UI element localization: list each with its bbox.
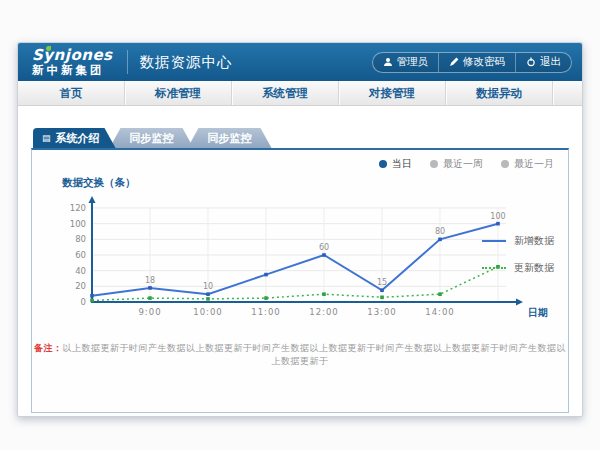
range-option-today[interactable]: 当日 (379, 157, 412, 171)
range-option-today-label: 当日 (392, 157, 412, 171)
brand-logo: Synjones 新中新集团 (32, 48, 125, 77)
dotted-line-icon (482, 267, 506, 269)
tab-system-intro[interactable]: ▤ 系统介绍 (33, 128, 116, 148)
app-title: 数据资源中心 (140, 53, 233, 72)
svg-text:9:00: 9:00 (138, 307, 161, 317)
tab-sync-monitor-1-label: 同步监控 (130, 131, 174, 146)
nav-item-data-change[interactable]: 数据异动 (446, 81, 553, 105)
svg-text:60: 60 (319, 243, 329, 252)
legend-item-新增数据[interactable]: 新增数据 (482, 234, 554, 248)
svg-text:10: 10 (203, 282, 213, 291)
nav-item-system-mgmt[interactable]: 系统管理 (232, 81, 339, 105)
nav-item-standard-mgmt[interactable]: 标准管理 (125, 81, 232, 105)
svg-text:80: 80 (435, 227, 445, 236)
svg-text:13:00: 13:00 (367, 307, 397, 317)
chart-area: 0204060801001209:0010:0011:0012:0013:001… (40, 196, 552, 334)
tab-sync-monitor-2[interactable]: 同步监控 (188, 128, 272, 148)
header-user-bar: 管理员 修改密码 退出 (372, 52, 573, 73)
legend-item-label: 新增数据 (514, 234, 554, 248)
chart-svg: 0204060801001209:0010:0011:0012:0013:001… (40, 196, 552, 330)
logout-label: 退出 (540, 55, 561, 69)
tab-sync-monitor-2-label: 同步监控 (208, 131, 252, 146)
main-nav: 首页 标准管理 系统管理 对接管理 数据异动 (18, 81, 582, 106)
logout-button[interactable]: 退出 (515, 53, 571, 72)
tab-bar: ▤ 系统介绍 同步监控 同步监控 (33, 128, 582, 148)
user-icon (383, 57, 393, 67)
admin-user-button[interactable]: 管理员 (373, 53, 439, 72)
nav-item-interface-mgmt[interactable]: 对接管理 (339, 81, 446, 105)
legend-item-label: 更新数据 (514, 261, 554, 275)
svg-text:40: 40 (75, 266, 86, 276)
footer-note-prefix: 备注： (34, 343, 63, 353)
list-icon: ▤ (42, 134, 51, 143)
chart-series-legend: 新增数据更新数据 (482, 234, 554, 275)
svg-text:18: 18 (145, 276, 155, 285)
footer-note: 备注：以上数据更新于时间产生数据以上数据更新于时间产生数据以上数据更新于时间产生… (32, 342, 568, 368)
range-selector: 当日 最近一周 最近一月 (379, 157, 554, 171)
admin-user-label: 管理员 (397, 55, 429, 69)
svg-text:0: 0 (81, 297, 86, 307)
svg-text:60: 60 (75, 250, 86, 260)
range-option-last-week-label: 最近一周 (443, 157, 483, 171)
main-window: Synjones 新中新集团 数据资源中心 管理员 修改密码 (17, 42, 583, 417)
chart-panel: 当日 最近一周 最近一月 数据交换（条） 0204060801001209:00… (31, 148, 569, 413)
radio-unselected-icon (430, 160, 438, 168)
power-icon (526, 57, 536, 67)
solid-line-icon (482, 240, 506, 242)
nav-item-home[interactable]: 首页 (18, 81, 125, 105)
change-password-label: 修改密码 (463, 55, 505, 69)
svg-text:14:00: 14:00 (425, 307, 455, 317)
range-option-last-month-label: 最近一月 (514, 157, 554, 171)
svg-text:11:00: 11:00 (251, 307, 281, 317)
range-option-last-month[interactable]: 最近一月 (501, 157, 554, 171)
svg-text:80: 80 (75, 234, 86, 244)
range-option-last-week[interactable]: 最近一周 (430, 157, 483, 171)
chart-y-axis-title: 数据交换（条） (62, 176, 136, 190)
brand-logo-text: Synjones (32, 48, 113, 63)
svg-text:100: 100 (70, 219, 86, 229)
svg-text:120: 120 (70, 203, 86, 213)
brand-logo-subtext: 新中新集团 (32, 65, 113, 77)
radio-selected-icon (379, 160, 387, 168)
svg-text:日期（小时）: 日期（小时） (528, 307, 552, 318)
svg-text:100: 100 (490, 212, 505, 221)
tab-system-intro-label: 系统介绍 (56, 131, 100, 146)
svg-text:20: 20 (75, 281, 86, 291)
svg-text:10:00: 10:00 (193, 307, 223, 317)
radio-unselected-icon (501, 160, 509, 168)
tab-sync-monitor-1[interactable]: 同步监控 (110, 128, 194, 148)
header-divider (127, 50, 128, 74)
footer-note-text: 以上数据更新于时间产生数据以上数据更新于时间产生数据以上数据更新于时间产生数据以… (63, 343, 567, 366)
app-header: Synjones 新中新集团 数据资源中心 管理员 修改密码 (18, 43, 582, 81)
legend-item-更新数据[interactable]: 更新数据 (482, 261, 554, 275)
change-password-button[interactable]: 修改密码 (438, 53, 515, 72)
svg-text:15: 15 (377, 278, 387, 287)
edit-icon (449, 57, 459, 67)
svg-text:12:00: 12:00 (309, 307, 339, 317)
